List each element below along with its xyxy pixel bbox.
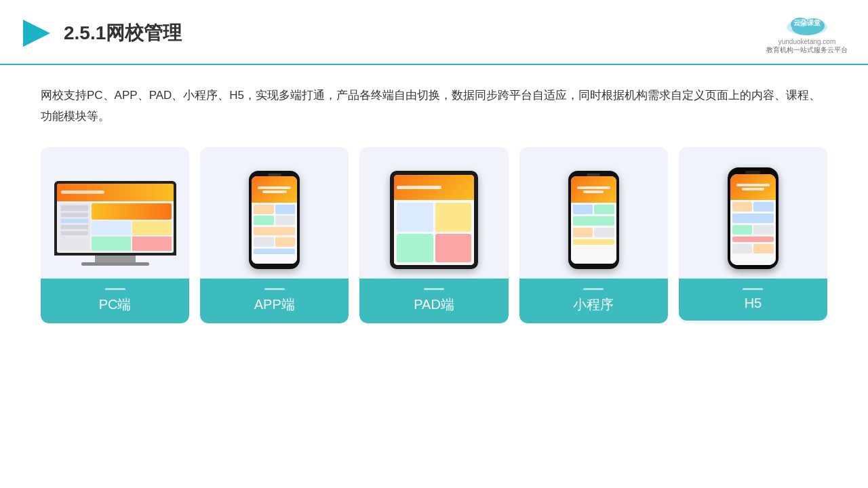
logo-icon: 云朵课堂: [776, 12, 837, 38]
h5-phone-mock: [728, 167, 778, 269]
app-image-area: [208, 161, 340, 269]
pad-card: PAD端: [359, 147, 508, 323]
pad-label: PAD端: [359, 279, 508, 323]
pc-mock: [54, 181, 176, 269]
tablet-mock: [390, 171, 478, 269]
h5-label: H5: [679, 279, 827, 321]
description-text: 网校支持PC、APP、PAD、小程序、H5，实现多端打通，产品各终端自由切换，数…: [41, 85, 827, 127]
main-content: 网校支持PC、APP、PAD、小程序、H5，实现多端打通，产品各终端自由切换，数…: [0, 65, 868, 337]
pc-card: PC端: [41, 147, 189, 323]
h5-card: H5: [679, 147, 827, 323]
logo-area: 云朵课堂 yunduoketang.com 教育机构一站式服务云平台: [766, 12, 848, 54]
logo-subtitle: 教育机构一站式服务云平台: [766, 45, 848, 54]
mini-phone-mock: [568, 171, 619, 269]
app-phone-mock: [249, 171, 300, 269]
header-left: 2.5.1网校管理: [20, 17, 182, 49]
mini-image-area: [528, 161, 660, 269]
pc-label: PC端: [41, 279, 189, 323]
app-label: APP端: [200, 279, 349, 323]
pad-image-area: [368, 161, 500, 269]
device-cards-container: PC端: [41, 147, 827, 323]
h5-image-area: [687, 161, 819, 269]
miniprogram-label: 小程序: [519, 279, 668, 323]
app-card: APP端: [200, 147, 349, 323]
svg-marker-0: [23, 20, 50, 47]
pc-image-area: [49, 161, 181, 269]
page-header: 2.5.1网校管理 云朵课堂 yunduoketang.com 教育机构一站式服…: [0, 0, 868, 65]
logo-domain: yunduoketang.com: [778, 38, 836, 45]
svg-text:云朵课堂: 云朵课堂: [793, 19, 821, 26]
miniprogram-card: 小程序: [519, 147, 668, 323]
play-icon: [20, 17, 53, 49]
page-title: 2.5.1网校管理: [64, 20, 182, 46]
